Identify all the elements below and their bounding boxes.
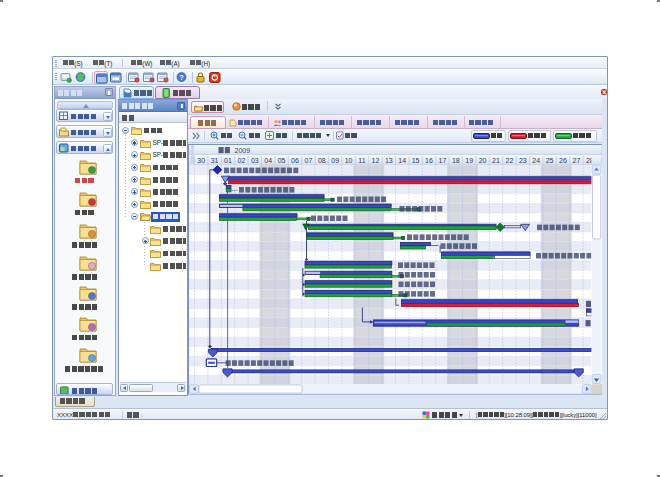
svg-text:26: 26 [559,156,567,163]
svg-text:24: 24 [532,156,540,163]
svg-text:02: 02 [237,156,245,163]
svg-text:19: 19 [465,156,473,163]
svg-text:13: 13 [384,156,392,163]
svg-text:17: 17 [438,156,446,163]
svg-text:06: 06 [291,156,299,163]
svg-text:07: 07 [304,156,312,163]
svg-text:11: 11 [358,156,365,163]
svg-text:09: 09 [331,156,339,163]
svg-text:20: 20 [478,156,486,163]
svg-text:2009: 2009 [234,147,250,154]
svg-text:25: 25 [545,156,553,163]
svg-text:?: ? [179,72,184,81]
svg-text:14: 14 [398,156,406,163]
svg-text:18: 18 [451,156,459,163]
svg-text:27: 27 [572,156,580,163]
svg-text:04: 04 [264,156,272,163]
svg-text:22: 22 [505,156,513,163]
svg-text:15: 15 [411,156,419,163]
svg-text:30: 30 [197,156,205,163]
svg-text:31: 31 [210,156,218,163]
svg-text:01: 01 [224,156,232,163]
svg-text:21: 21 [492,156,500,163]
svg-text:10: 10 [344,156,352,163]
svg-text:16: 16 [425,156,433,163]
svg-text:12: 12 [371,156,379,163]
svg-text:05: 05 [277,156,285,163]
svg-text:08: 08 [317,156,325,163]
svg-text:23: 23 [518,156,526,163]
svg-text:03: 03 [250,156,258,163]
